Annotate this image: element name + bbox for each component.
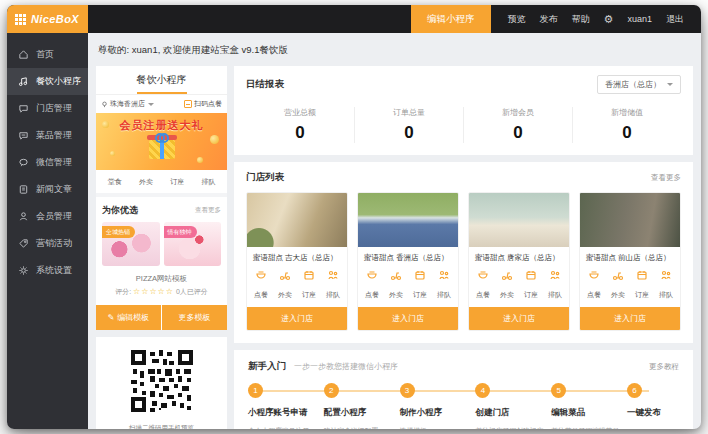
sidebar-item-label: 微信管理 bbox=[36, 156, 72, 169]
top-bar: NiceBoX 编辑小程序 预览 发布 帮助 ⚙ xuan1 退出 bbox=[7, 5, 701, 33]
bowl-icon bbox=[588, 269, 600, 281]
publish-link[interactable]: 发布 bbox=[540, 13, 558, 26]
step-title: 制作小程序 bbox=[400, 407, 476, 419]
step-number-badge: 1 bbox=[248, 383, 263, 398]
product-badge: 全城热销 bbox=[102, 226, 135, 238]
store-location-selector[interactable]: 珠海香洲店 bbox=[101, 99, 154, 109]
store-card: 蜜语甜点 唐家店（总店） 点餐 外卖 订座 排队 进入门店 bbox=[468, 192, 570, 331]
onboarding-step: 1 小程序账号申请 个人小程序账号注册 企业小程序账号注册、认证 微信公众号注册… bbox=[248, 383, 324, 429]
help-link[interactable]: 帮助 bbox=[572, 13, 590, 26]
app-window: NiceBoX 编辑小程序 预览 发布 帮助 ⚙ xuan1 退出 首页 餐饮小… bbox=[7, 5, 701, 429]
service-takeout[interactable]: 外卖 bbox=[611, 269, 625, 301]
sidebar-item-system-settings[interactable]: 系统设置 bbox=[7, 257, 88, 284]
onboarding-step: 5 编辑菜品 前往菜品管理编辑菜品 bbox=[551, 383, 627, 429]
service-order[interactable]: 点餐 bbox=[476, 269, 490, 301]
service-queue[interactable]: 排队 bbox=[326, 269, 340, 301]
service-order[interactable]: 点餐 bbox=[587, 269, 601, 301]
miniprogram-icon bbox=[18, 76, 29, 87]
more-templates-button[interactable]: 更多模板 bbox=[162, 305, 227, 330]
main-content: 尊敬的: xuan1, 欢迎使用建站宝盒 v9.1餐饮版 餐饮小程序 珠海香洲店 bbox=[88, 33, 701, 429]
service-takeout[interactable]: 外卖 bbox=[278, 269, 292, 301]
template-rating: 评分: ☆☆☆☆☆ 0人已评分 bbox=[96, 287, 227, 297]
featured-product-image[interactable]: 全城热销 bbox=[102, 222, 160, 266]
stat-total-orders: 订单总量 0 bbox=[355, 107, 464, 143]
preview-link[interactable]: 预览 bbox=[508, 13, 526, 26]
gear-icon[interactable]: ⚙ bbox=[604, 13, 614, 26]
enter-store-button[interactable]: 进入门店 bbox=[358, 307, 458, 330]
step-item-link[interactable]: 前往门店管理创建门店 bbox=[475, 426, 551, 429]
location-pin-icon bbox=[101, 101, 108, 108]
sidebar-item-member-management[interactable]: 会员管理 bbox=[7, 203, 88, 230]
product-badge: 情有独钟 bbox=[164, 226, 197, 238]
service-order[interactable]: 点餐 bbox=[254, 269, 268, 301]
featured-more-link[interactable]: 查看更多 bbox=[195, 206, 221, 215]
sidebar-item-news-articles[interactable]: 新闻文章 bbox=[7, 176, 88, 203]
nav-queue[interactable]: 排队 bbox=[201, 177, 215, 187]
app-logo: NiceBoX bbox=[7, 5, 88, 33]
service-queue[interactable]: 排队 bbox=[659, 269, 673, 301]
sidebar-item-dish-management[interactable]: 菜品管理 bbox=[7, 122, 88, 149]
service-reservation[interactable]: 订座 bbox=[635, 269, 649, 301]
sidebar-item-home[interactable]: 首页 bbox=[7, 41, 88, 68]
banner-title: 会员注册送大礼 bbox=[96, 113, 227, 133]
sidebar-item-label: 新闻文章 bbox=[36, 183, 72, 196]
nav-reservation[interactable]: 订座 bbox=[170, 177, 184, 187]
onboarding-title: 新手入门 bbox=[248, 360, 286, 373]
sidebar: 首页 餐饮小程序 门店管理 菜品管理 微信管理 新闻文章 bbox=[7, 33, 88, 429]
edit-template-button[interactable]: 编辑模板 bbox=[96, 305, 161, 330]
store-card: 蜜语甜点 前山店（总店） 点餐 外卖 订座 排队 进入门店 bbox=[579, 192, 681, 331]
scooter-icon bbox=[612, 269, 624, 281]
sidebar-item-marketing[interactable]: 营销活动 bbox=[7, 230, 88, 257]
enter-store-button[interactable]: 进入门店 bbox=[580, 307, 680, 330]
onboarding-step: 4 创建门店 前往门店管理创建门店 bbox=[475, 383, 551, 429]
calendar-icon bbox=[414, 269, 426, 281]
sidebar-item-wechat-management[interactable]: 微信管理 bbox=[7, 149, 88, 176]
service-takeout[interactable]: 外卖 bbox=[500, 269, 514, 301]
step-number-badge: 2 bbox=[324, 383, 339, 398]
template-name: PIZZA网站模板 bbox=[96, 274, 227, 284]
scan-order-button[interactable]: 扫码点餐 bbox=[184, 99, 222, 109]
people-icon bbox=[327, 269, 339, 281]
miniprogram-nav: 堂食 外卖 订座 排队 bbox=[96, 170, 227, 197]
onboarding-step: 3 制作小程序 选择模板 设计制作 bbox=[400, 383, 476, 429]
stat-new-members: 新增会员 0 bbox=[464, 107, 573, 143]
store-icon bbox=[18, 103, 29, 114]
stat-total-revenue: 营业总额 0 bbox=[246, 107, 355, 143]
step-item-link[interactable]: 个人小程序账号注册 bbox=[248, 426, 324, 429]
chevron-down-icon bbox=[148, 103, 154, 106]
grid-icon bbox=[15, 14, 26, 25]
service-queue[interactable]: 排队 bbox=[437, 269, 451, 301]
sidebar-item-store-management[interactable]: 门店管理 bbox=[7, 95, 88, 122]
step-item-link[interactable]: 建站宝盒详细配置 bbox=[324, 426, 400, 429]
store-card: 蜜语甜点 吉大店（总店） 点餐 外卖 订座 排队 进入门店 bbox=[246, 192, 348, 331]
miniprogram-preview-card: 餐饮小程序 珠海香洲店 扫码点餐 bbox=[96, 66, 227, 330]
wechat-icon bbox=[18, 157, 29, 168]
logout-link[interactable]: 退出 bbox=[666, 13, 684, 26]
settings-gear-icon bbox=[18, 265, 29, 276]
nav-takeout[interactable]: 外卖 bbox=[139, 177, 153, 187]
service-order[interactable]: 点餐 bbox=[365, 269, 379, 301]
step-item-link[interactable]: 前往菜品管理编辑菜品 bbox=[551, 426, 627, 429]
promo-banner[interactable]: 会员注册送大礼 bbox=[96, 113, 227, 170]
sidebar-item-label: 首页 bbox=[36, 48, 54, 61]
step-item-link[interactable]: 选择模板 bbox=[400, 426, 476, 429]
username-label[interactable]: xuan1 bbox=[627, 14, 652, 24]
enter-store-button[interactable]: 进入门店 bbox=[469, 307, 569, 330]
enter-store-button[interactable]: 进入门店 bbox=[247, 307, 347, 330]
service-queue[interactable]: 排队 bbox=[548, 269, 562, 301]
service-reservation[interactable]: 订座 bbox=[413, 269, 427, 301]
step-title: 创建门店 bbox=[475, 407, 551, 419]
service-reservation[interactable]: 订座 bbox=[524, 269, 538, 301]
sidebar-item-restaurant-miniprogram[interactable]: 餐饮小程序 bbox=[7, 68, 88, 95]
logo-text: NiceBoX bbox=[31, 13, 79, 25]
store-selector-dropdown[interactable]: 香洲店（总店） bbox=[597, 75, 681, 94]
more-tutorials-link[interactable]: 更多教程 bbox=[649, 362, 679, 372]
service-reservation[interactable]: 订座 bbox=[302, 269, 316, 301]
service-takeout[interactable]: 外卖 bbox=[389, 269, 403, 301]
featured-product-image[interactable]: 情有独钟 bbox=[164, 222, 222, 266]
nav-dine-in[interactable]: 堂食 bbox=[108, 177, 122, 187]
edit-miniprogram-button[interactable]: 编辑小程序 bbox=[411, 5, 491, 33]
store-list-more-link[interactable]: 查看更多 bbox=[651, 173, 681, 183]
store-photo bbox=[247, 193, 347, 247]
sidebar-item-label: 会员管理 bbox=[36, 210, 72, 223]
